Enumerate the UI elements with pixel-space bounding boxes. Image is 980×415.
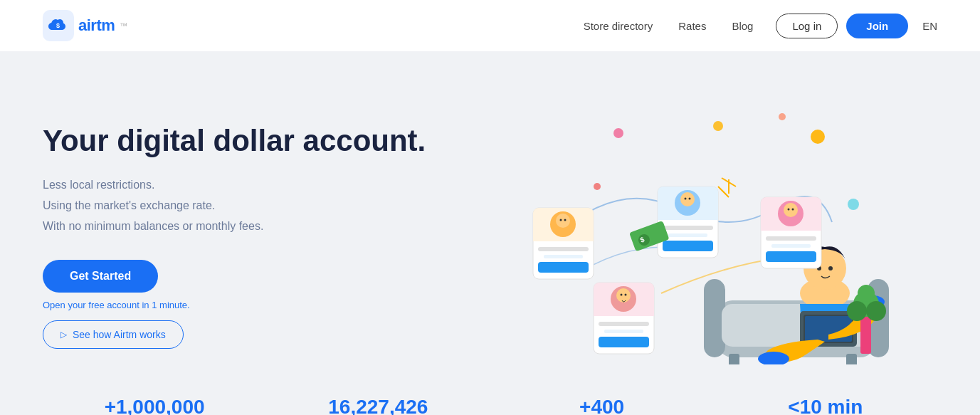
open-account-note: Open your free account in 1 minute. xyxy=(43,300,427,310)
svg-rect-48 xyxy=(668,233,707,237)
svg-point-36 xyxy=(564,219,566,221)
svg-point-7 xyxy=(594,183,601,190)
stat-transactions-number: 16,227,426 xyxy=(266,396,490,415)
svg-point-45 xyxy=(684,198,686,200)
open-note-text: Open your free account in xyxy=(43,300,149,310)
svg-rect-12 xyxy=(729,354,739,364)
svg-rect-38 xyxy=(544,255,583,258)
hero-sub-line3: With no minimum balances or monthly fees… xyxy=(43,220,263,232)
svg-rect-57 xyxy=(766,236,816,241)
svg-point-56 xyxy=(791,209,794,211)
svg-rect-39 xyxy=(538,262,589,273)
svg-rect-47 xyxy=(663,226,713,230)
see-how-label: See how Airtm works xyxy=(73,329,166,340)
hero-content: Your digital dollar account. Less local … xyxy=(43,110,427,349)
svg-point-65 xyxy=(620,294,622,296)
svg-rect-59 xyxy=(766,251,816,262)
svg-point-34 xyxy=(556,214,570,228)
svg-text:$: $ xyxy=(56,22,60,29)
svg-point-54 xyxy=(784,203,798,217)
play-icon: ▷ xyxy=(60,330,67,340)
stat-networks-number: +400 xyxy=(490,396,714,415)
svg-point-3 xyxy=(613,128,623,138)
hero-svg: $ xyxy=(476,94,889,364)
logo-trademark: ™ xyxy=(120,21,127,30)
svg-point-64 xyxy=(616,288,631,303)
svg-rect-49 xyxy=(663,241,713,251)
hero-title: Your digital dollar account. xyxy=(43,124,427,158)
hero-section: Your digital dollar account. Less local … xyxy=(0,51,980,379)
nav-blog[interactable]: Blog xyxy=(732,20,753,32)
get-started-button[interactable]: Get Started xyxy=(43,260,158,293)
nav-links: Store directory Rates Blog xyxy=(584,20,754,32)
nav-store-directory[interactable]: Store directory xyxy=(584,20,653,32)
nav-rates[interactable]: Rates xyxy=(678,20,706,32)
stat-members-number: +1,000,000 xyxy=(43,396,266,415)
language-selector[interactable]: EN xyxy=(922,20,937,32)
svg-point-44 xyxy=(680,192,695,206)
svg-rect-37 xyxy=(538,247,589,251)
svg-rect-13 xyxy=(846,354,857,364)
svg-rect-68 xyxy=(604,330,643,333)
stat-speed: <10 min transaction speed xyxy=(714,396,937,415)
hero-illustration: $ xyxy=(427,87,937,372)
hero-sub-line1: Less local restrictions. xyxy=(43,179,154,191)
svg-point-27 xyxy=(847,301,867,321)
svg-point-6 xyxy=(848,199,859,210)
stat-speed-number: <10 min xyxy=(714,396,937,415)
svg-rect-67 xyxy=(599,322,649,326)
svg-rect-24 xyxy=(860,315,871,354)
stats-section: +1,000,000 happy members 16,227,426 tran… xyxy=(0,379,980,415)
stat-transactions: 16,227,426 transactions completed xyxy=(266,396,490,415)
svg-rect-58 xyxy=(771,244,811,248)
svg-point-66 xyxy=(624,294,626,296)
open-note-highlight: 1 minute. xyxy=(152,300,189,310)
svg-point-8 xyxy=(779,113,786,120)
stat-members: +1,000,000 happy members xyxy=(43,396,266,415)
svg-point-55 xyxy=(787,209,789,211)
svg-point-35 xyxy=(559,219,562,221)
svg-point-5 xyxy=(811,130,825,144)
svg-line-73 xyxy=(718,187,729,197)
svg-rect-69 xyxy=(599,337,649,347)
hero-subtitle: Less local restrictions. Using the marke… xyxy=(43,175,427,236)
join-button[interactable]: Join xyxy=(846,14,908,38)
logo-text: airtm xyxy=(78,16,115,35)
hero-sub-line2: Using the market's exchange rate. xyxy=(43,199,215,211)
see-how-button[interactable]: ▷ See how Airtm works xyxy=(43,320,184,349)
navbar: $ airtm ™ Store directory Rates Blog Log… xyxy=(0,0,980,51)
svg-point-18 xyxy=(828,266,833,270)
login-button[interactable]: Log in xyxy=(776,14,838,38)
svg-point-46 xyxy=(688,198,690,200)
svg-point-4 xyxy=(713,121,723,131)
svg-point-28 xyxy=(866,301,886,321)
logo[interactable]: $ airtm ™ xyxy=(43,10,127,41)
logo-icon: $ xyxy=(43,10,74,41)
stat-networks: +400 banks & e-money networks xyxy=(490,396,714,415)
svg-point-29 xyxy=(858,285,875,302)
